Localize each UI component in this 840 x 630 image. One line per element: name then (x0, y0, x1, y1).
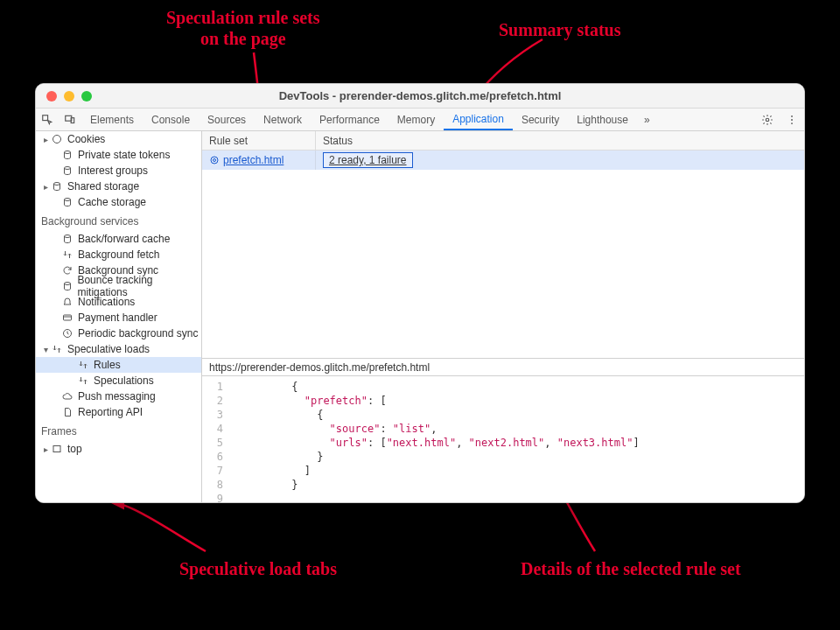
close-window-button[interactable] (46, 91, 57, 102)
sidebar-label: Background fetch (78, 248, 159, 261)
tab-overflow-button[interactable]: » (637, 108, 657, 130)
svg-rect-16 (53, 446, 60, 452)
maximize-window-button[interactable] (81, 91, 92, 102)
sidebar-label: Push messaging (78, 390, 156, 402)
expand-triangle-icon: ▸ (41, 135, 50, 144)
svg-rect-14 (64, 315, 72, 320)
json-string: "next2.html" (469, 437, 545, 449)
svg-point-18 (214, 159, 216, 162)
frame-icon (50, 444, 64, 454)
code-viewer: 1 2 3 4 5 6 7 8 9 { "prefetch": [ { "sou… (202, 376, 804, 502)
code-content[interactable]: { "prefetch": [ { "source": "list", "url… (228, 376, 804, 502)
fetch-arrows-icon (76, 375, 90, 386)
sidebar-item-back-forward-cache[interactable]: Back/forward cache (36, 231, 201, 247)
tab-elements[interactable]: Elements (81, 108, 143, 130)
sidebar-label: Periodic background sync (78, 327, 198, 340)
window-titlebar: DevTools - prerender-demos.glitch.me/pre… (36, 84, 804, 108)
sidebar-item-shared-storage[interactable]: ▸ Shared storage (36, 178, 201, 194)
svg-point-10 (54, 183, 60, 186)
sidebar-item-frame-top[interactable]: ▸ top (36, 441, 201, 457)
sidebar-item-bounce-tracking[interactable]: Bounce tracking mitigations (36, 278, 201, 294)
annotation-speculative-tabs: Speculative load tabs (179, 558, 337, 579)
svg-point-13 (64, 283, 70, 285)
status-badge[interactable]: 2 ready, 1 failure (323, 152, 413, 168)
ruleset-link-label: prefetch.html (223, 154, 284, 166)
sidebar-section-background-services: Background services (36, 210, 201, 231)
database-icon (60, 234, 74, 244)
cell-status[interactable]: 2 ready, 1 failure (316, 150, 804, 170)
svg-point-8 (65, 151, 71, 154)
sidebar-item-rules[interactable]: Rules (36, 357, 201, 373)
column-header-status[interactable]: Status (316, 131, 804, 150)
column-header-ruleset[interactable]: Rule set (202, 131, 316, 150)
application-sidebar: ▸ Cookies Private state tokens Interest … (36, 131, 202, 502)
database-icon (60, 165, 74, 176)
settings-gear-icon[interactable] (755, 108, 780, 130)
sidebar-item-speculative-loads[interactable]: ▾ Speculative loads (36, 341, 201, 357)
svg-rect-2 (71, 117, 74, 122)
fetch-arrows-icon (60, 249, 74, 260)
sidebar-label: Cache storage (78, 196, 146, 208)
credit-card-icon (60, 312, 74, 323)
json-key: "urls" (330, 437, 368, 449)
expand-triangle-icon: ▸ (41, 444, 50, 454)
clock-icon (60, 328, 74, 339)
sidebar-label: Reporting API (78, 406, 143, 418)
sidebar-label: Private state tokens (78, 149, 170, 161)
sidebar-item-background-fetch[interactable]: Background fetch (36, 247, 201, 262)
expand-triangle-icon: ▸ (41, 182, 50, 192)
cookies-icon (50, 134, 64, 144)
sidebar-item-periodic-sync[interactable]: Periodic background sync (36, 326, 201, 341)
table-row[interactable]: prefetch.html 2 ready, 1 failure (202, 150, 804, 170)
sidebar-item-private-state-tokens[interactable]: Private state tokens (36, 147, 201, 163)
fetch-arrows-icon (50, 344, 64, 354)
sidebar-item-cookies[interactable]: ▸ Cookies (36, 131, 201, 147)
json-string: "next.html" (387, 437, 456, 449)
svg-point-12 (65, 235, 71, 238)
svg-point-6 (791, 122, 793, 124)
fetch-arrows-icon (76, 360, 90, 370)
sidebar-item-push-messaging[interactable]: Push messaging (36, 388, 201, 404)
target-icon (209, 155, 220, 165)
detail-url-bar: https://prerender-demos.glitch.me/prefet… (202, 359, 804, 376)
device-toggle-icon[interactable] (59, 108, 81, 130)
sidebar-item-cache-storage[interactable]: Cache storage (36, 194, 201, 210)
devtools-body: ▸ Cookies Private state tokens Interest … (36, 131, 804, 502)
sidebar-label: Interest groups (78, 164, 148, 177)
database-icon (60, 150, 74, 160)
sidebar-label: Rules (94, 359, 121, 371)
tab-memory[interactable]: Memory (388, 108, 444, 130)
sidebar-label: top (67, 443, 82, 455)
document-icon (60, 407, 74, 417)
sidebar-label: Speculations (94, 374, 154, 387)
annotation-rule-sets: Speculation rule sets on the page (166, 7, 320, 49)
svg-point-17 (211, 157, 218, 164)
tab-security[interactable]: Security (513, 108, 568, 130)
tab-lighthouse[interactable]: Lighthouse (568, 108, 637, 130)
window-title: DevTools - prerender-demos.glitch.me/pre… (36, 89, 804, 102)
sidebar-item-reporting-api[interactable]: Reporting API (36, 404, 201, 420)
sidebar-item-speculations[interactable]: Speculations (36, 373, 201, 388)
sidebar-item-interest-groups[interactable]: Interest groups (36, 163, 201, 178)
svg-point-4 (791, 115, 793, 116)
json-string: "next3.html" (557, 437, 634, 449)
tab-network[interactable]: Network (255, 108, 311, 130)
tab-application[interactable]: Application (444, 108, 513, 130)
svg-point-3 (766, 118, 769, 122)
inspect-element-icon[interactable] (36, 108, 59, 130)
minimize-window-button[interactable] (64, 91, 74, 102)
annotation-details: Details of the selected rule set (521, 558, 741, 579)
sidebar-label: Back/forward cache (78, 233, 170, 245)
kebab-menu-icon[interactable] (780, 108, 804, 130)
cell-ruleset-name[interactable]: prefetch.html (202, 150, 316, 170)
devtools-window: DevTools - prerender-demos.glitch.me/pre… (35, 83, 805, 503)
tab-console[interactable]: Console (143, 108, 199, 130)
sidebar-item-payment-handler[interactable]: Payment handler (36, 310, 201, 326)
database-icon (50, 181, 64, 192)
json-string: "list" (393, 423, 430, 435)
sidebar-label: Speculative loads (67, 343, 150, 355)
tab-performance[interactable]: Performance (311, 108, 388, 130)
tab-sources[interactable]: Sources (199, 108, 255, 130)
sidebar-label: Bounce tracking mitigations (77, 274, 201, 298)
code-line-numbers: 1 2 3 4 5 6 7 8 9 (202, 376, 228, 502)
